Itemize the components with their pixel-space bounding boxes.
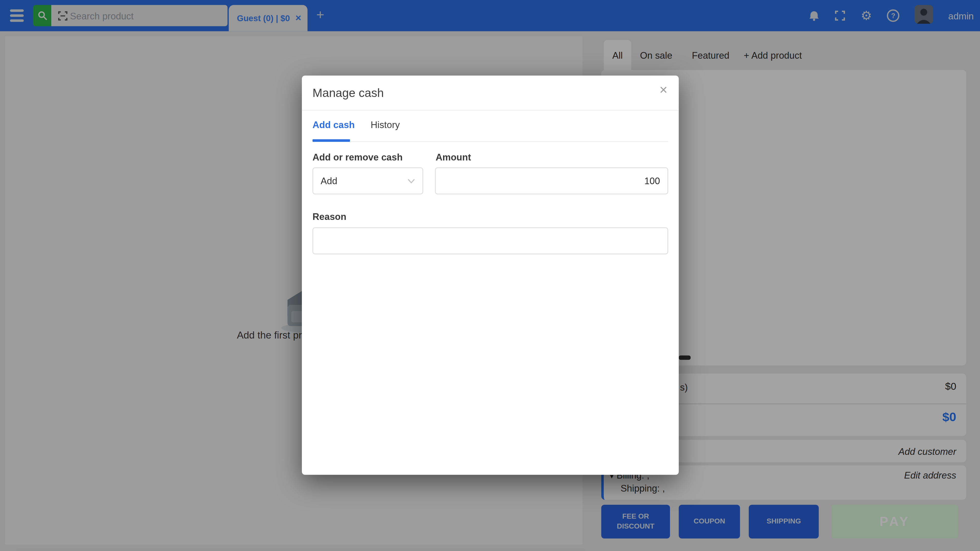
modal-close-icon[interactable]: × bbox=[659, 83, 667, 97]
app-viewport: Guest (0) | $0 × + ⚙ ? admin bbox=[0, 0, 980, 551]
tab-add-cash[interactable]: Add cash bbox=[312, 119, 355, 130]
action-select-value: Add bbox=[321, 176, 337, 186]
amount-field-label: Amount bbox=[436, 152, 471, 162]
action-field-label: Add or remove cash bbox=[312, 152, 402, 162]
pos-app: Guest (0) | $0 × + ⚙ ? admin bbox=[0, 0, 980, 551]
chevron-down-icon bbox=[407, 178, 415, 183]
tab-history[interactable]: History bbox=[371, 119, 400, 130]
reason-field-label: Reason bbox=[312, 211, 346, 222]
action-select[interactable]: Add bbox=[312, 167, 423, 194]
amount-input[interactable] bbox=[435, 167, 668, 194]
modal-title: Manage cash bbox=[312, 86, 383, 100]
manage-cash-modal: Manage cash × Add cash History Add or re… bbox=[302, 76, 679, 475]
reason-input[interactable] bbox=[312, 227, 668, 254]
modal-header-divider bbox=[302, 110, 679, 110]
tabs-baseline bbox=[312, 141, 668, 141]
active-tab-underline bbox=[312, 139, 350, 142]
